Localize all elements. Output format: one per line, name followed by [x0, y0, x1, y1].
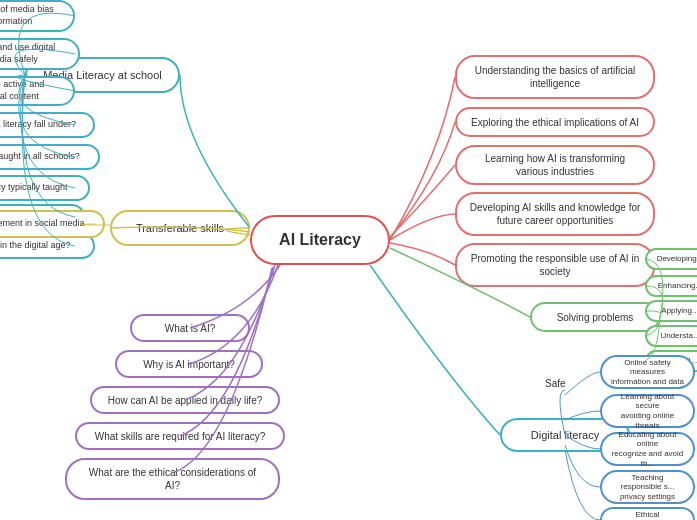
- q3-node: How can AI be applied in daily life?: [90, 386, 280, 414]
- safe-child-4: Teaching responsible s...privacy setting…: [600, 470, 695, 504]
- media-child-5: Is literacy taught in all schools?: [0, 144, 100, 170]
- media-child-3: be the active andcritical content: [0, 76, 75, 106]
- sp-child-4: Understa...: [645, 325, 697, 347]
- ai-skills-node: Developing AI skills and knowledge forfu…: [455, 192, 655, 236]
- social-media-node: student engagement in social media: [0, 210, 105, 238]
- sp-child-2: Enhancing...: [645, 275, 697, 297]
- sp-child-3: Applying...: [645, 300, 697, 322]
- ai-ethics-node: Exploring the ethical implications of AI: [455, 107, 655, 137]
- safe-child-5: Ethical consideration...: [600, 507, 695, 520]
- solving-problems-node: Solving problems: [530, 302, 660, 332]
- media-child-1: concept of media biasinformation: [0, 0, 75, 32]
- q5-node: What are the ethical considerations ofAI…: [65, 458, 280, 500]
- q2-node: Why is AI important?: [115, 350, 263, 378]
- transferable-skills-node: Transferable skills: [110, 210, 250, 246]
- center-node: AI Literacy: [250, 215, 390, 265]
- q1-node: What is AI?: [130, 314, 250, 342]
- ai-responsible-node: Promoting the responsible use of AI inso…: [455, 243, 655, 287]
- sp-child-1: Developing...: [645, 248, 697, 270]
- safe-label: Safe: [545, 378, 566, 389]
- media-child-4: does media literacy fall under?: [0, 112, 95, 138]
- safe-child-3: Educating about onlinerecognize and avoi…: [600, 432, 695, 466]
- ai-transforming-node: Learning how AI is transformingvarious i…: [455, 145, 655, 185]
- safe-child-1: Online safety measuresinformation and da…: [600, 355, 695, 389]
- safe-child-2: Learning about secureavoiding online thr…: [600, 394, 695, 428]
- media-child-2: create and use digitalmedia safely: [0, 38, 80, 70]
- ai-understanding-node: Understanding the basics of artificialin…: [455, 55, 655, 99]
- q4-node: What skills are required for AI literacy…: [75, 422, 285, 450]
- media-child-6: Is literacy typically taught: [0, 175, 90, 201]
